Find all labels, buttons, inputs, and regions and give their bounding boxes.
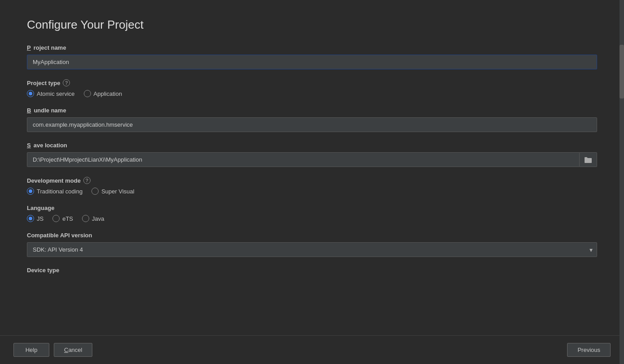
folder-icon xyxy=(584,156,592,163)
development-mode-radio-group: Traditional coding Super Visual xyxy=(27,188,597,195)
radio-atomic-service[interactable]: Atomic service xyxy=(27,90,75,97)
save-location-group: Save location xyxy=(27,142,597,167)
main-content: Configure Your Project Project name Proj… xyxy=(0,0,624,335)
footer-right: Previous xyxy=(567,343,611,357)
language-radio-group: JS eTS Java xyxy=(27,215,597,222)
radio-traditional-indicator xyxy=(27,188,34,195)
project-name-input[interactable] xyxy=(27,55,597,69)
radio-supervisual-label: Super Visual xyxy=(101,188,134,195)
radio-js-indicator xyxy=(27,215,34,222)
radio-js-fill xyxy=(29,217,32,220)
radio-application-label: Application xyxy=(94,90,122,97)
compatible-api-version-group: Compatible API version SDK: API Version … xyxy=(27,232,597,257)
radio-java-label: Java xyxy=(92,215,104,222)
radio-traditional-coding[interactable]: Traditional coding xyxy=(27,188,82,195)
save-location-label: Save location xyxy=(27,142,597,149)
radio-js-label: JS xyxy=(37,215,43,222)
previous-button[interactable]: Previous xyxy=(567,343,611,357)
footer-left: Help Cancel xyxy=(13,343,92,357)
radio-atomic-service-fill xyxy=(29,92,32,95)
radio-application[interactable]: Application xyxy=(84,90,122,97)
scrollbar-thumb[interactable] xyxy=(620,45,624,98)
radio-ets-label: eTS xyxy=(62,215,73,222)
cancel-button[interactable]: Cancel xyxy=(54,343,92,357)
development-mode-help-icon[interactable]: ? xyxy=(83,177,91,184)
page-title: Configure Your Project xyxy=(27,18,597,32)
help-button[interactable]: Help xyxy=(13,343,49,357)
browse-folder-button[interactable] xyxy=(580,152,597,167)
compatible-api-version-select[interactable]: SDK: API Version 4 SDK: API Version 5 SD… xyxy=(27,242,597,257)
radio-js[interactable]: JS xyxy=(27,215,43,222)
save-location-input-group xyxy=(27,152,597,167)
bundle-name-input[interactable] xyxy=(27,117,597,132)
scrollbar[interactable] xyxy=(620,0,624,364)
radio-ets[interactable]: eTS xyxy=(52,215,73,222)
radio-ets-indicator xyxy=(52,215,60,222)
compatible-api-version-select-wrapper: SDK: API Version 4 SDK: API Version 5 SD… xyxy=(27,242,597,257)
language-label: Language xyxy=(27,205,597,211)
radio-supervisual-indicator xyxy=(91,188,99,195)
compatible-api-version-label: Compatible API version xyxy=(27,232,597,239)
footer: Help Cancel Previous xyxy=(0,335,624,364)
radio-traditional-fill xyxy=(29,189,32,193)
radio-java[interactable]: Java xyxy=(82,215,104,222)
radio-traditional-label: Traditional coding xyxy=(37,188,82,195)
radio-atomic-service-label: Atomic service xyxy=(37,90,75,97)
bundle-name-group: Bundle name xyxy=(27,107,597,132)
development-mode-group: Development mode ? Traditional coding Su… xyxy=(27,177,597,195)
project-type-radio-group: Atomic service Application xyxy=(27,90,597,97)
project-name-group: Project name xyxy=(27,44,597,69)
device-type-group: Device type xyxy=(27,267,597,274)
development-mode-label: Development mode ? xyxy=(27,177,597,184)
project-type-help-icon[interactable]: ? xyxy=(63,79,70,86)
project-type-label: Project type ? xyxy=(27,79,597,86)
radio-application-indicator xyxy=(84,90,91,97)
radio-super-visual[interactable]: Super Visual xyxy=(91,188,134,195)
radio-java-indicator xyxy=(82,215,89,222)
device-type-label: Device type xyxy=(27,267,597,274)
save-location-input[interactable] xyxy=(27,152,580,167)
project-name-label: Project name xyxy=(27,44,597,51)
radio-atomic-service-indicator xyxy=(27,90,34,97)
bundle-name-label: Bundle name xyxy=(27,107,597,114)
language-group: Language JS eTS Java xyxy=(27,205,597,222)
project-type-group: Project type ? Atomic service Applicatio… xyxy=(27,79,597,97)
